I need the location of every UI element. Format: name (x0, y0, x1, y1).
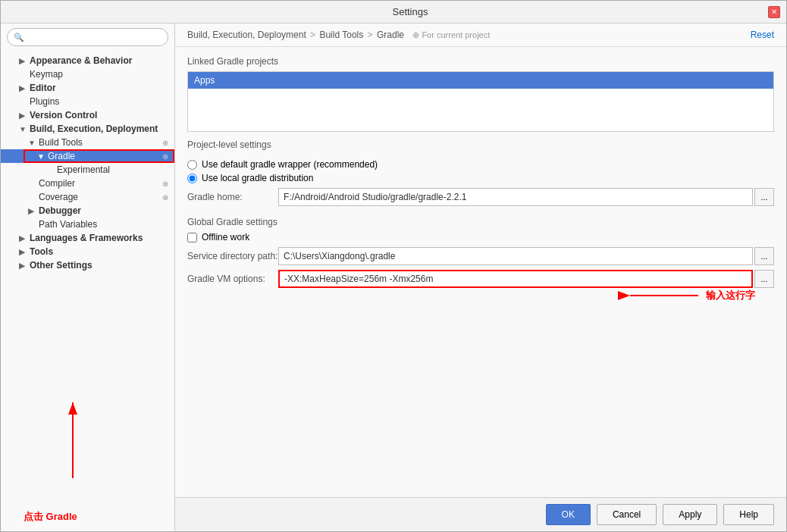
gradle-home-input[interactable] (278, 188, 753, 206)
vm-options-label: Gradle VM options: (187, 274, 278, 284)
linked-projects-list[interactable]: Apps (187, 71, 774, 132)
search-icon: 🔍 (14, 33, 24, 42)
arrow-icon: ▼ (28, 139, 36, 147)
reset-link[interactable]: Reset (751, 30, 774, 40)
sidebar-item-debugger[interactable]: ▶ Debugger (1, 204, 174, 217)
arrow-icon: ▶ (19, 234, 27, 243)
arrow-icon: ▶ (19, 84, 27, 92)
search-box[interactable]: 🔍 (7, 28, 168, 46)
sidebar-item-coverage[interactable]: Coverage ⊕ (1, 190, 174, 204)
content-panel: Build, Execution, Deployment > Build Too… (175, 23, 786, 531)
config-icon: ⊕ (162, 139, 168, 147)
settings-window: Settings ✕ 🔍 ▶ Appearance & Behavior Key… (0, 0, 787, 532)
annotation-click-gradle: 点击 Gradle (24, 510, 77, 524)
breadcrumb-part2: Build Tools (319, 30, 363, 40)
sidebar: 🔍 ▶ Appearance & Behavior Keymap ▶ Edito… (1, 23, 175, 531)
sidebar-item-appearance[interactable]: ▶ Appearance & Behavior (1, 54, 174, 67)
offline-work-checkbox[interactable] (187, 233, 197, 243)
sidebar-item-build-exec[interactable]: ▼ Build, Execution, Deployment (1, 122, 174, 136)
ok-button[interactable]: OK (546, 504, 591, 525)
sidebar-item-compiler[interactable]: Compiler ⊕ (1, 177, 174, 190)
arrow-icon: ▼ (19, 125, 27, 133)
radio-local-input[interactable] (187, 174, 197, 183)
linked-projects-label: Linked Gradle projects (187, 56, 774, 67)
cancel-button[interactable]: Cancel (597, 504, 657, 525)
main-content: 🔍 ▶ Appearance & Behavior Keymap ▶ Edito… (1, 23, 786, 531)
breadcrumb-part3: Gradle (377, 30, 404, 40)
radio-local-label: Use local gradle distribution (202, 173, 313, 183)
footer: OK Cancel Apply Help (175, 497, 786, 531)
arrow-icon: ▶ (19, 111, 27, 120)
sidebar-item-gradle[interactable]: ▼ Gradle ⊕ (1, 149, 174, 163)
radio-default-input[interactable] (187, 160, 197, 170)
gradle-home-browse-btn[interactable]: ... (754, 188, 774, 206)
vm-annotation-svg: 输入这行字 (607, 288, 729, 333)
linked-project-item[interactable]: Apps (188, 72, 773, 89)
global-label: Global Gradle settings (187, 217, 774, 227)
vm-annotation-text: 输入这行字 (705, 289, 756, 301)
help-button[interactable]: Help (723, 504, 774, 525)
vm-options-row: Gradle VM options: ... (187, 270, 774, 288)
config-icon: ⊕ (162, 152, 168, 161)
service-dir-browse-btn[interactable]: ... (754, 247, 774, 265)
gradle-home-input-container: ... (278, 188, 774, 206)
breadcrumb: Build, Execution, Deployment > Build Too… (187, 30, 490, 40)
arrow-icon: ▶ (19, 248, 27, 256)
sidebar-item-version-control[interactable]: ▶ Version Control (1, 108, 174, 122)
config-icon: ⊕ (162, 193, 168, 202)
breadcrumb-sep1: > (310, 30, 318, 40)
offline-work-label: Offline work (202, 232, 249, 243)
global-section: Global Gradle settings Offline work Serv… (187, 217, 774, 288)
gradle-home-label: Gradle home: (187, 192, 278, 202)
sidebar-item-tools[interactable]: ▶ Tools (1, 245, 174, 258)
service-dir-row: Service directory path: ... (187, 247, 774, 265)
sidebar-item-experimental[interactable]: Experimental (1, 163, 174, 177)
service-dir-input-container: ... (278, 247, 774, 265)
window-title: Settings (52, 6, 768, 17)
gradle-home-row: Gradle home: ... (187, 188, 774, 206)
offline-work-option[interactable]: Offline work (187, 232, 774, 243)
annotation-area: 点击 Gradle (1, 486, 174, 531)
content-header: Build, Execution, Deployment > Build Too… (175, 23, 786, 47)
arrow-icon: ▶ (19, 261, 27, 270)
apply-button[interactable]: Apply (663, 504, 717, 525)
project-level-section: Use default gradle wrapper (recommended)… (187, 159, 774, 206)
title-bar: Settings ✕ (1, 1, 786, 23)
search-input[interactable] (27, 32, 161, 42)
vm-options-input-container: ... (278, 270, 774, 288)
radio-default-wrapper[interactable]: Use default gradle wrapper (recommended) (187, 159, 774, 170)
config-icon: ⊕ (162, 180, 168, 188)
sidebar-item-path-variables[interactable]: Path Variables (1, 217, 174, 231)
vm-options-annotation-container: Gradle VM options: ... (187, 270, 774, 288)
radio-local[interactable]: Use local gradle distribution (187, 173, 774, 183)
breadcrumb-part1: Build, Execution, Deployment (187, 30, 306, 40)
radio-default-label: Use default gradle wrapper (recommended) (202, 159, 378, 170)
project-level-label: Project-level settings (187, 139, 774, 150)
close-button[interactable]: ✕ (768, 6, 780, 18)
vm-options-input[interactable] (278, 270, 753, 288)
sidebar-item-keymap[interactable]: Keymap (1, 67, 174, 81)
service-dir-input[interactable] (278, 247, 753, 265)
breadcrumb-sep2: > (368, 30, 375, 40)
vm-options-browse-btn[interactable]: ... (754, 270, 774, 288)
sidebar-item-editor[interactable]: ▶ Editor (1, 81, 174, 95)
arrow-icon: ▼ (37, 152, 45, 161)
gradle-item-container: ▼ Gradle ⊕ (1, 149, 174, 163)
sidebar-item-build-tools[interactable]: ▼ Build Tools ⊕ (1, 136, 174, 149)
arrow-icon: ▶ (28, 207, 36, 215)
service-dir-label: Service directory path: (187, 251, 278, 261)
sidebar-item-languages[interactable]: ▶ Languages & Frameworks (1, 231, 174, 245)
content-body: Linked Gradle projects Apps Project-leve… (175, 47, 786, 497)
arrow-icon: ▶ (19, 57, 27, 65)
project-note: ⊕ For current project (412, 30, 490, 39)
sidebar-item-other-settings[interactable]: ▶ Other Settings (1, 258, 174, 272)
sidebar-item-plugins[interactable]: Plugins (1, 95, 174, 108)
annotation-arrow-svg (31, 387, 122, 486)
